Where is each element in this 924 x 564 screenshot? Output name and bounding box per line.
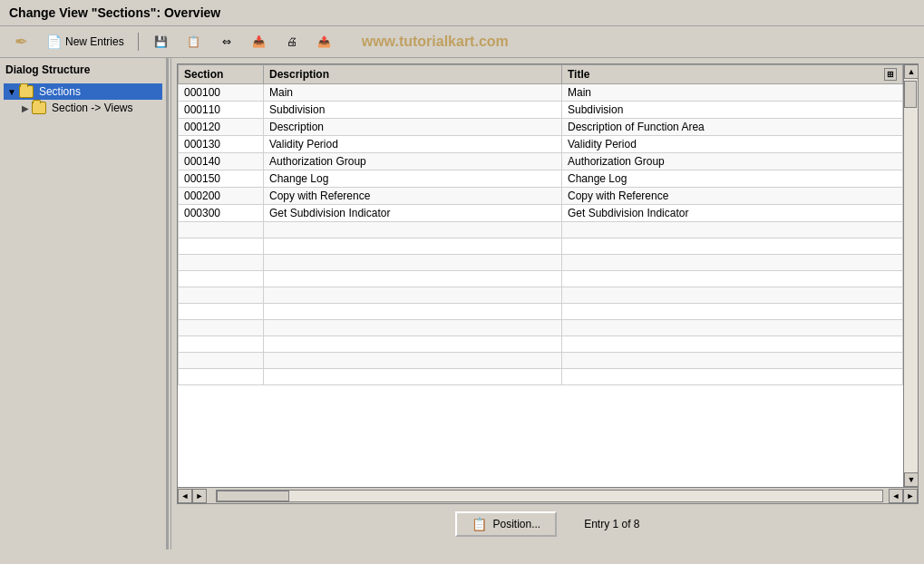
col-header-title: Title ⊞ (562, 65, 903, 84)
expand-arrow-views: ▶ (22, 103, 29, 113)
table-row[interactable] (179, 320, 903, 336)
hscroll-track[interactable] (216, 490, 883, 502)
table-row[interactable] (179, 336, 903, 353)
cell-description (264, 287, 562, 304)
scroll-track[interactable] (904, 79, 918, 472)
footer: 📋 Position... Entry 1 of 8 (177, 504, 919, 544)
cell-section (179, 238, 264, 255)
cell-description: Copy with Reference (264, 188, 562, 205)
left-panel: Dialog Structure ▼ Sections ▶ Section ->… (0, 58, 168, 549)
cell-title: Copy with Reference (562, 188, 903, 205)
sidebar-item-sections[interactable]: ▼ Sections (4, 83, 162, 100)
hscroll-right2-btn[interactable]: ◄ (889, 489, 903, 503)
dialog-structure-title: Dialog Structure (4, 62, 162, 78)
scroll-up-button[interactable]: ▲ (904, 64, 918, 79)
col-header-description: Description (264, 65, 562, 84)
entry-info: Entry 1 of 8 (584, 518, 639, 530)
save-button[interactable]: 💾 (148, 30, 175, 53)
column-settings-icon[interactable]: ⊞ (884, 68, 897, 81)
cell-description (264, 304, 562, 320)
position-icon: 📋 (472, 517, 487, 531)
table-row[interactable]: 000130Validity PeriodValidity Period (179, 136, 903, 153)
table-row[interactable] (179, 271, 903, 287)
new-entries-icon: 📄 (44, 33, 63, 51)
save-icon: 💾 (152, 33, 170, 51)
table-row[interactable] (179, 222, 903, 238)
cell-description: Subdivision (264, 102, 562, 119)
cell-description (264, 353, 562, 369)
new-entries-button[interactable]: 📄 New Entries (40, 30, 129, 53)
table-row[interactable] (179, 353, 903, 369)
table-row[interactable] (179, 369, 903, 385)
cell-title: Main (562, 84, 903, 102)
cell-title (562, 255, 903, 271)
cell-title (562, 238, 903, 255)
table-row[interactable]: 000100MainMain (179, 84, 903, 102)
table-row[interactable] (179, 287, 903, 304)
cell-title (562, 320, 903, 336)
folder-icon-sections (19, 85, 34, 98)
hscroll-left-btn[interactable]: ◄ (178, 489, 192, 503)
cell-title (562, 287, 903, 304)
sidebar-item-section-views[interactable]: ▶ Section -> Views (4, 100, 162, 116)
right-panel: Section Description Title ⊞ (171, 58, 924, 549)
copy-button[interactable]: 📋 (180, 30, 208, 53)
cell-section: 000200 (179, 188, 264, 205)
cell-description (264, 238, 562, 255)
table-row[interactable]: 000300Get Subdivision IndicatorGet Subdi… (179, 205, 903, 222)
cell-title (562, 271, 903, 287)
folder-icon-views (32, 102, 46, 114)
cell-title (562, 304, 903, 320)
upload-icon: 📥 (250, 33, 268, 51)
title-bar: Change View "Sections": Overview (0, 0, 924, 26)
cell-description (264, 255, 562, 271)
table-row[interactable] (179, 238, 903, 255)
cell-description: Main (264, 84, 562, 102)
cell-description (264, 320, 562, 336)
toolbar: ✒ 📄 New Entries 💾 📋 ⇔ 📥 🖨 📤 www.tutorial… (0, 26, 924, 58)
sap-icon-btn[interactable]: ✒ (7, 30, 34, 53)
copy-icon: 📋 (185, 33, 203, 51)
cell-section: 000150 (179, 170, 264, 188)
print-button[interactable]: 🖨 (278, 30, 306, 53)
cell-description: Authorization Group (264, 153, 562, 170)
table-header: Section Description Title ⊞ (179, 65, 903, 84)
cell-title (562, 369, 903, 385)
refresh-icon: ⇔ (218, 33, 236, 51)
table-row[interactable] (179, 304, 903, 320)
sap-icon: ✒ (12, 33, 30, 51)
refresh-button[interactable]: ⇔ (213, 30, 240, 53)
cell-title: Change Log (562, 170, 903, 188)
table-inner: Section Description Title ⊞ (178, 64, 903, 487)
export-button[interactable]: 📤 (311, 30, 338, 53)
hscroll-right-btn[interactable]: ► (192, 489, 207, 503)
table-row[interactable]: 000110SubdivisionSubdivision (179, 102, 903, 119)
table-row[interactable]: 000150Change LogChange Log (179, 170, 903, 188)
cell-section: 000110 (179, 102, 264, 119)
table-row[interactable]: 000200Copy with ReferenceCopy with Refer… (179, 188, 903, 205)
bottom-scroll-bar: ◄ ► ◄ ► (178, 487, 918, 503)
cell-title: Authorization Group (562, 153, 903, 170)
vertical-scrollbar[interactable]: ▲ ▼ (903, 64, 918, 487)
toolbar-sep-1 (138, 33, 139, 51)
watermark: www.tutorialkart.com (362, 34, 509, 50)
cell-title: Validity Period (562, 136, 903, 153)
table-row[interactable]: 000120DescriptionDescription of Function… (179, 119, 903, 136)
table-row[interactable] (179, 255, 903, 271)
cell-section (179, 369, 264, 385)
cell-section (179, 320, 264, 336)
table-body: 000100MainMain000110SubdivisionSubdivisi… (179, 84, 903, 385)
upload-button[interactable]: 📥 (246, 30, 273, 53)
sections-label: Sections (39, 85, 81, 98)
table-wrapper: Section Description Title ⊞ (178, 64, 918, 487)
cell-section: 000130 (179, 136, 264, 153)
position-button[interactable]: 📋 Position... (455, 511, 557, 537)
scroll-thumb[interactable] (904, 81, 917, 108)
cell-description: Validity Period (264, 136, 562, 153)
data-table-container: Section Description Title ⊞ (177, 63, 919, 504)
scroll-down-button[interactable]: ▼ (904, 472, 918, 487)
export-icon: 📤 (316, 33, 334, 51)
cell-title (562, 336, 903, 353)
hscroll-right3-btn[interactable]: ► (903, 489, 918, 503)
table-row[interactable]: 000140Authorization GroupAuthorization G… (179, 153, 903, 170)
